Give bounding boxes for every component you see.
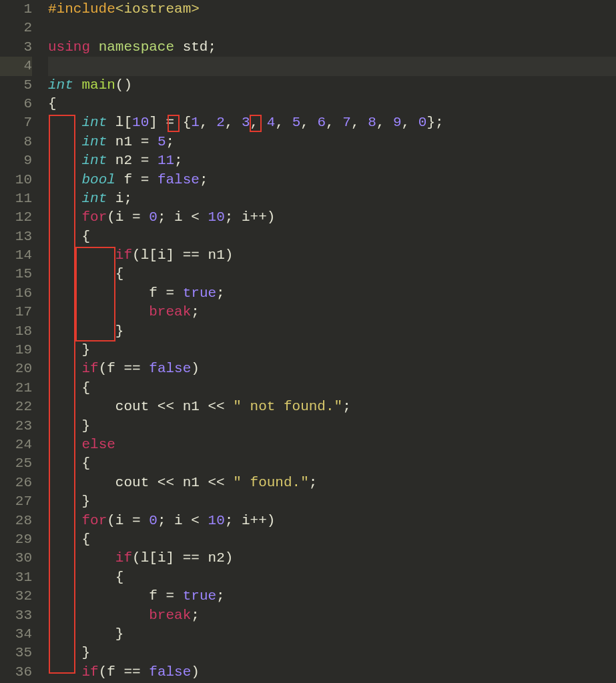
token-op: ++ [250, 513, 267, 528]
token-sp [200, 247, 208, 263]
line-number: 32 [0, 587, 32, 606]
token-id: n2 [208, 550, 225, 566]
token-punc: ) [225, 550, 234, 566]
code-line[interactable]: { [48, 530, 616, 549]
line-number: 21 [0, 379, 32, 398]
code-line[interactable]: } [48, 492, 616, 511]
token-kw: using [48, 39, 90, 55]
code-line[interactable]: for(i = 0; i < 10; i++) [48, 512, 616, 530]
code-line[interactable]: { [48, 95, 616, 113]
code-line[interactable]: { [48, 265, 616, 283]
code-line[interactable]: bool f = false; [48, 171, 616, 189]
code-line[interactable]: { [48, 379, 616, 398]
token-bool: true [183, 285, 216, 301]
token-id: cout [115, 475, 149, 490]
token-punc: ) [191, 361, 200, 376]
code-line[interactable]: break; [48, 303, 616, 321]
token-sp [174, 115, 183, 130]
token-punc: , [300, 115, 317, 130]
code-line[interactable]: { [48, 454, 616, 473]
code-line[interactable]: } [48, 644, 616, 662]
code-line[interactable]: if(l[i] == n2) [48, 549, 616, 568]
token-punc: , [275, 115, 292, 130]
token-bool: false [149, 361, 191, 376]
line-number: 1 [0, 0, 32, 19]
token-punc: }; [426, 115, 443, 130]
line-number: 4 [0, 57, 32, 75]
token-sp [200, 550, 208, 566]
line-number: 22 [0, 398, 32, 416]
code-line[interactable]: int main() [48, 76, 616, 95]
code-line[interactable]: } [48, 625, 616, 644]
token-sp [107, 115, 115, 130]
code-line[interactable]: f = true; [48, 284, 616, 303]
token-type: bool [81, 172, 115, 187]
token-punc: [ [123, 115, 132, 130]
token-op: == [123, 361, 140, 376]
token-op: = [141, 153, 149, 168]
token-sp [183, 513, 192, 528]
token-id: n1 [208, 247, 225, 263]
token-sp [141, 361, 149, 376]
code-line[interactable]: { [48, 227, 616, 246]
token-num: 5 [158, 134, 166, 149]
code-line[interactable] [48, 57, 616, 75]
code-line[interactable]: } [48, 417, 616, 436]
token-punc: ; [225, 209, 242, 225]
code-line[interactable]: for(i = 0; i < 10; i++) [48, 208, 616, 227]
code-line[interactable]: else [48, 436, 616, 454]
token-type: int [81, 134, 107, 149]
token-sp [48, 588, 149, 604]
token-punc: { [183, 115, 192, 130]
line-number: 17 [0, 303, 32, 321]
token-id: f [149, 285, 158, 301]
token-sp [48, 475, 115, 490]
token-num: 2 [216, 115, 225, 130]
token-punc: ] [166, 247, 174, 263]
line-number: 13 [0, 227, 32, 246]
token-punc: } [81, 494, 90, 509]
code-line[interactable]: #include<iostream> [48, 0, 616, 19]
token-op: << [158, 399, 174, 414]
token-punc: ; [123, 191, 132, 206]
token-op: = [141, 134, 149, 149]
token-sp [174, 399, 183, 414]
token-sp [200, 399, 208, 414]
token-punc: ; [216, 588, 225, 604]
token-id: i [174, 209, 183, 225]
token-id: f [107, 664, 115, 680]
code-line[interactable] [48, 19, 616, 37]
line-number: 24 [0, 436, 32, 454]
token-punc: ( [99, 664, 107, 680]
code-line[interactable]: using namespace std; [48, 38, 616, 57]
code-line[interactable]: int l[10] = {1, 2, 3, 4, 5, 6, 7, 8, 9, … [48, 113, 616, 132]
code-area[interactable]: #include<iostream>using namespace std;in… [40, 0, 616, 683]
code-line[interactable]: cout << n1 << " not found."; [48, 398, 616, 416]
code-line[interactable]: { [48, 568, 616, 587]
token-op: = [166, 588, 174, 604]
token-sp [48, 285, 149, 301]
token-id: i [158, 247, 166, 263]
code-line[interactable]: int i; [48, 189, 616, 208]
token-sp [107, 191, 115, 206]
code-line[interactable]: if(l[i] == n1) [48, 246, 616, 265]
token-sp [200, 513, 208, 528]
code-line[interactable]: if(f == false) [48, 663, 616, 682]
code-line[interactable]: } [48, 341, 616, 360]
token-sp [48, 437, 81, 452]
token-inc: <iostream> [115, 1, 200, 17]
token-sp [158, 285, 166, 301]
code-line[interactable]: } [48, 322, 616, 341]
line-number: 5 [0, 76, 32, 95]
code-line[interactable]: cout << n1 << " found."; [48, 474, 616, 492]
code-line[interactable]: int n2 = 11; [48, 151, 616, 170]
token-num: 3 [242, 115, 250, 130]
code-line[interactable]: break; [48, 606, 616, 625]
code-line[interactable]: if(f == false) [48, 360, 616, 378]
token-punc: ) [267, 209, 276, 225]
code-editor[interactable]: 1234567891011121314151617181920212223242… [0, 0, 616, 683]
token-sp [48, 323, 115, 339]
code-line[interactable]: f = true; [48, 587, 616, 606]
code-line[interactable]: int n1 = 5; [48, 133, 616, 151]
token-sp [158, 588, 166, 604]
